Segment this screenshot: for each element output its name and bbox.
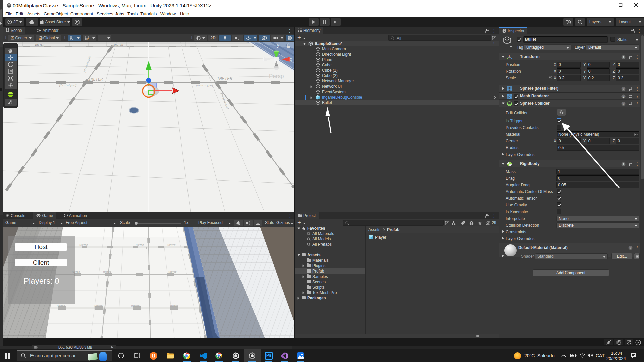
svg-text:1METER: 1METER — [94, 305, 103, 308]
svg-text:Persp: Persp — [269, 73, 284, 79]
svg-text:?: ? — [623, 55, 625, 59]
svg-text:?: ? — [623, 87, 625, 90]
svg-text:1METER: 1METER — [35, 43, 44, 46]
svg-text:1METER: 1METER — [113, 43, 123, 46]
svg-text:1METER: 1METER — [56, 305, 65, 308]
svg-text:?: ? — [623, 162, 625, 166]
svg-text:1METER: 1METER — [131, 305, 140, 308]
svg-text:?: ? — [623, 95, 625, 98]
svg-text:1METER: 1METER — [79, 244, 88, 247]
svg-text:?: ? — [630, 246, 632, 249]
svg-text:1METER: 1METER — [170, 305, 178, 308]
svg-text:y: y — [277, 43, 279, 48]
svg-text:1METER: 1METER — [103, 271, 111, 274]
svg-text:[Prototype]: [Prototype] — [196, 84, 213, 87]
svg-text:1METER: 1METER — [168, 271, 177, 274]
svg-text:1METER: 1METER — [167, 244, 176, 247]
svg-text:[Prototype]: [Prototype] — [59, 84, 77, 87]
svg-text:1METER: 1METER — [88, 77, 103, 82]
svg-text:Y: Y — [72, 38, 73, 40]
svg-text:?: ? — [623, 102, 625, 105]
svg-text:x: x — [290, 57, 292, 62]
svg-text:[Prototype]: [Prototype] — [83, 55, 91, 73]
svg-text:1METER: 1METER — [217, 76, 232, 81]
svg-text:1METER: 1METER — [135, 244, 144, 247]
